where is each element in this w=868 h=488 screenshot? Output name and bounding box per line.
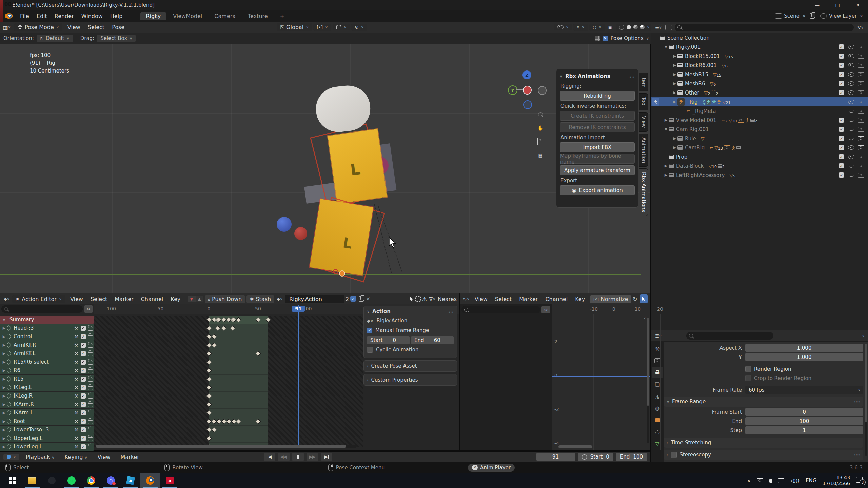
layout-grid-icon[interactable] xyxy=(595,36,600,41)
taskbar-start-icon[interactable] xyxy=(3,473,22,488)
manual-frame-range-checkbox[interactable]: ✓ xyxy=(367,328,372,333)
exclude-checkbox[interactable]: ✓ xyxy=(836,118,846,123)
snap-dropdown[interactable]: Neares xyxy=(438,296,457,302)
outliner-row[interactable]: Prop ✓ xyxy=(651,152,868,161)
modifier-icon[interactable]: ⚒ xyxy=(74,351,78,356)
topbar-menu-file[interactable]: File xyxy=(16,13,33,19)
channel-enable-checkbox[interactable]: ✓ xyxy=(81,334,86,339)
dope-menu-select[interactable]: Select xyxy=(87,296,111,302)
aspect-x-field[interactable]: 1.000 xyxy=(745,344,863,352)
disable-render-icon[interactable] xyxy=(856,173,866,178)
outliner-row[interactable]: ▶_Rig ζ⚒▽21 xyxy=(651,97,868,106)
unlock-icon[interactable] xyxy=(88,395,93,399)
channel-row-lowerleg-l[interactable]: ▶ LowerLeg.L ⚒✓ xyxy=(0,443,94,451)
channel-row-r15[interactable]: ▶ R15 ⚒✓ xyxy=(0,375,94,383)
gizmo-z-neg-axis[interactable] xyxy=(523,100,532,109)
taskbar-chrome-icon[interactable] xyxy=(81,473,101,488)
prop-field-step[interactable]: 1 xyxy=(745,426,863,434)
gizmos-dropdown[interactable]: ⌖∨ xyxy=(573,24,588,30)
warning-icon[interactable]: ⚠ xyxy=(422,296,427,302)
jump-to-start-button[interactable]: ◀ xyxy=(264,453,275,461)
disclosure-icon[interactable]: ▼ xyxy=(663,127,669,131)
channel-row-control[interactable]: ▶ Control ⚒✓ xyxy=(0,332,94,341)
proportional-editing-toggle[interactable]: ⊙∨ xyxy=(351,24,367,30)
xray-toggle[interactable]: ▣ xyxy=(606,23,614,31)
fake-user-shield-icon[interactable]: ✓ xyxy=(350,296,356,302)
channel-row-ikleg-l[interactable]: ▶ IKLeg.L ⚒✓ xyxy=(0,383,94,391)
transform-orientation-selector[interactable]: ⇱ Global∨ xyxy=(277,23,312,31)
properties-tab-tool[interactable]: ⚒ xyxy=(652,343,663,354)
unlock-icon[interactable] xyxy=(88,403,93,407)
taskbar-discord-icon[interactable]: ᗝ xyxy=(101,473,121,488)
modifier-icon[interactable]: ⚒ xyxy=(74,368,78,373)
rbx-button-apply-armature-transform[interactable]: Apply armature transform xyxy=(560,165,635,175)
blender-logo-icon[interactable] xyxy=(5,13,13,19)
prev-keyframe-button[interactable]: ◀◀ xyxy=(278,453,290,461)
action-start-field[interactable]: Start0 xyxy=(367,336,410,344)
outliner-display-mode-icon[interactable] xyxy=(665,25,672,30)
taskbar-roblox-studio-icon[interactable] xyxy=(121,473,140,488)
hide-eye-icon[interactable] xyxy=(846,45,856,49)
exclude-checkbox[interactable]: ✓ xyxy=(836,72,846,77)
dope-editor-icon[interactable]: ◆∨ xyxy=(3,295,11,303)
gizmo-x-neg-axis[interactable] xyxy=(538,86,547,95)
action-name-field[interactable]: Rigky.Action xyxy=(285,295,344,303)
hide-eye-closed-icon[interactable] xyxy=(846,119,856,122)
filter-funnel-icon[interactable]: ∇∨ xyxy=(428,295,436,303)
expand-collapse-icon[interactable]: ↔ xyxy=(84,305,93,313)
rbx-button-export-animation[interactable]: ◉Export animation xyxy=(560,185,635,195)
pose-options-dropdown[interactable]: Pose Options xyxy=(611,35,644,41)
dope-menu-key[interactable]: Key xyxy=(167,296,184,302)
pivot-point-selector[interactable]: [•]∨ xyxy=(313,24,331,30)
hide-eye-icon[interactable] xyxy=(846,145,856,150)
move-action-up-button[interactable]: ▲ xyxy=(196,296,203,302)
new-scene-icon[interactable] xyxy=(810,13,815,19)
disclosure-icon[interactable]: ▶ xyxy=(663,164,669,168)
channel-row-ikarm-l[interactable]: ▶ IKArm.L ⚒✓ xyxy=(0,409,94,417)
channel-row-upperleg-l[interactable]: ▶ UpperLeg.L ⚒✓ xyxy=(0,434,94,442)
channel-row-ikarm-r[interactable]: ▶ IKArm.R ⚒✓ xyxy=(0,400,94,408)
disclosure-icon[interactable]: ▶ xyxy=(663,118,669,122)
properties-scrollbar[interactable] xyxy=(865,344,867,456)
pin-icon[interactable] xyxy=(6,410,12,416)
disclosure-icon[interactable]: ▶ xyxy=(672,81,677,86)
properties-tab-scene[interactable]: ◮ xyxy=(652,391,663,402)
pin-icon[interactable] xyxy=(6,419,12,424)
outliner-row[interactable]: Scene Collection xyxy=(651,33,868,42)
action-panel-title[interactable]: Action xyxy=(372,308,391,314)
zoom-tool-icon[interactable] xyxy=(536,110,545,119)
channel-enable-checkbox[interactable]: ✓ xyxy=(81,368,86,373)
maximize-button[interactable]: ▢ xyxy=(827,0,848,10)
wireframe-shading-icon[interactable] xyxy=(619,25,624,30)
disable-render-icon[interactable] xyxy=(856,100,866,104)
graph-menu-key[interactable]: Key xyxy=(571,296,589,302)
channel-enable-checkbox[interactable]: ✓ xyxy=(81,377,86,382)
exclude-checkbox[interactable]: ✓ xyxy=(836,63,846,68)
create-pose-asset-panel[interactable]: ›Create Pose Asset:::: xyxy=(363,360,457,372)
exclude-checkbox[interactable]: ✓ xyxy=(836,54,846,59)
outliner-item-name[interactable]: Cam Rig.001 xyxy=(676,126,709,133)
channel-row-lowertorso-3[interactable]: ▶ LowerTorso-:3 ⚒✓ xyxy=(0,426,94,434)
gizmo-x-axis[interactable] xyxy=(523,86,532,95)
prop-field-frame-start[interactable]: 0 xyxy=(745,408,863,416)
outliner-item-name[interactable]: View Model.001 xyxy=(676,117,716,123)
channel-row-root[interactable]: ▶ Root ⚒✓ xyxy=(0,417,94,425)
select-tool-icon[interactable] xyxy=(409,296,414,302)
taskbar-amd-icon[interactable]: a xyxy=(160,473,180,488)
disclosure-icon[interactable]: ▶ xyxy=(672,100,677,104)
overlays-dropdown[interactable]: ◎∨ xyxy=(589,24,605,30)
outliner-item-name[interactable]: Rigky.001 xyxy=(676,44,701,50)
dope-menu-view[interactable]: View xyxy=(66,296,87,302)
disclosure-icon[interactable]: ▶ xyxy=(663,173,669,177)
properties-tab-data[interactable]: ▽ xyxy=(652,438,663,449)
taskbar-blender-icon[interactable] xyxy=(140,473,160,488)
frame-end-field[interactable]: End100 xyxy=(616,453,647,461)
graph-editor-icon[interactable]: ∿∨ xyxy=(463,295,470,303)
unlock-icon[interactable] xyxy=(88,429,93,432)
outliner-item-name[interactable]: BlockR15.001 xyxy=(685,53,720,59)
rendered-shading-icon[interactable] xyxy=(640,25,645,29)
graph-menu-view[interactable]: View xyxy=(471,296,491,302)
properties-tab-object[interactable] xyxy=(652,414,663,425)
channel-enable-checkbox[interactable]: ✓ xyxy=(81,326,86,331)
disable-render-icon[interactable] xyxy=(856,127,866,132)
